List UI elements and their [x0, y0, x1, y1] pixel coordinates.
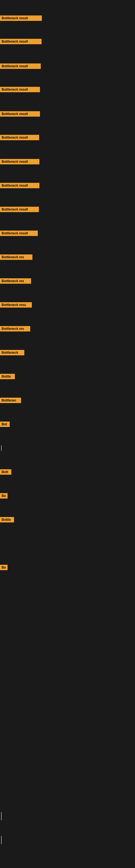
bottleneck-badge-row: Bottleneck [0, 350, 24, 356]
vertical-line-marker [1, 812, 2, 820]
bottleneck-badge-row: Bottle [0, 517, 14, 524]
bottleneck-badge: Bottlenec [0, 398, 21, 403]
bottleneck-badge-row: Bottlenec [0, 398, 21, 404]
bottleneck-badge-row: Bo [0, 493, 8, 500]
bottleneck-badge-row: Bottleneck result [0, 135, 39, 141]
bottleneck-badge: Bottleneck resu [0, 302, 32, 308]
bottleneck-badge: Bo [0, 565, 8, 570]
bottleneck-badge-row: Bottleneck result [0, 230, 38, 237]
bottleneck-badge: Bot [0, 422, 10, 427]
bottleneck-badge: Bottle [0, 517, 14, 522]
bottleneck-badge-row: Bottleneck result [0, 63, 41, 70]
bottleneck-badge-row: Bot [0, 422, 10, 428]
vertical-line-marker [1, 836, 2, 844]
bottleneck-badge: Bottleneck result [0, 230, 38, 236]
bottleneck-badge: Bottleneck result [0, 159, 39, 164]
bottleneck-badge: Bottleneck result [0, 111, 40, 117]
bottleneck-badge: Bottleneck [0, 350, 24, 355]
bottleneck-badge-row: Bottleneck res [0, 278, 31, 285]
bottleneck-badge: Bottleneck result [0, 87, 40, 92]
bottleneck-badge: Bottleneck res [0, 278, 31, 284]
vertical-line-marker [1, 445, 2, 451]
bottleneck-badge: Bottleneck result [0, 16, 42, 21]
bottleneck-badge-row: Bottleneck result [0, 183, 39, 189]
bottleneck-badge-row: Bottle [0, 374, 15, 380]
bottleneck-badge-row: Bottleneck res [0, 254, 32, 261]
bottleneck-badge-row: Bottleneck result [0, 207, 39, 213]
bottleneck-badge: Bo [0, 493, 8, 499]
bottleneck-badge-row: Bottleneck result [0, 159, 39, 165]
bottleneck-badge: Bottle [0, 374, 15, 379]
bottleneck-badge-row: Bo [0, 565, 8, 571]
bottleneck-badge-row: Bottleneck result [0, 16, 42, 22]
bottleneck-badge: Bottleneck result [0, 135, 39, 140]
bottleneck-badge: Bottleneck result [0, 207, 39, 212]
bottleneck-badge-row: Bottleneck res [0, 326, 30, 333]
bottleneck-badge-row: Bott [0, 469, 11, 476]
bottleneck-badge: Bottleneck res [0, 254, 32, 260]
bottleneck-badge-row: Bottleneck resu [0, 302, 32, 309]
bottleneck-badge-row: Bottleneck result [0, 111, 40, 118]
bottleneck-badge: Bott [0, 469, 11, 475]
bottleneck-badge-row: Bottleneck result [0, 39, 42, 45]
site-title [0, 0, 135, 4]
bottleneck-badge: Bottleneck result [0, 183, 39, 188]
bottleneck-badge: Bottleneck result [0, 63, 41, 69]
bottleneck-badge: Bottleneck res [0, 326, 30, 332]
bottleneck-badge: Bottleneck result [0, 39, 42, 44]
bottleneck-badge-row: Bottleneck result [0, 87, 40, 93]
